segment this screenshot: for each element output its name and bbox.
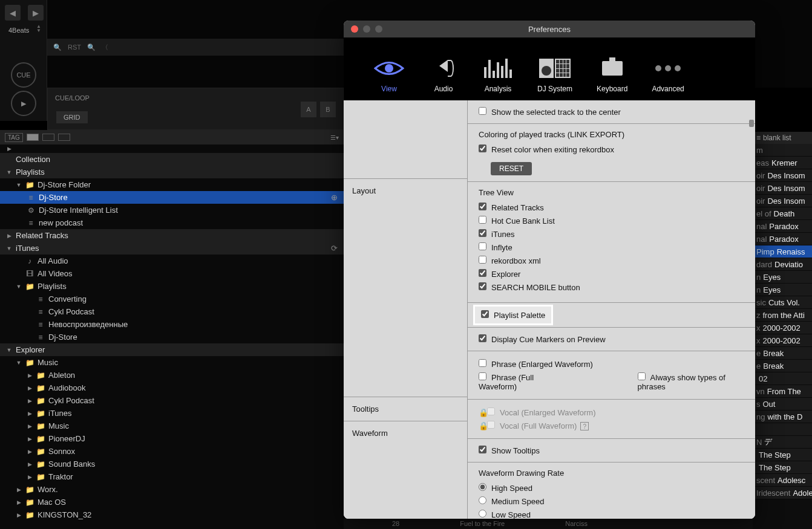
table-row[interactable]: m [753,144,812,157]
checkbox-hotcue[interactable]: Hot Cue Bank List [479,214,744,227]
table-row[interactable]: IridescentAdolesc [753,487,812,499]
tree-itunes[interactable]: iTunes⟳ [0,242,344,255]
table-row[interactable]: sicCuts Vol. [753,296,812,309]
table-row[interactable]: eBreak [753,360,812,372]
table-row[interactable]: easKremer [753,157,812,169]
checkbox-rbxml[interactable]: rekordbox xml [479,254,744,267]
table-row[interactable]: oirDes Insom [753,195,812,207]
tree-folder[interactable]: 📁Audiobook [0,381,344,394]
chevron-left-icon[interactable]: 〈 [102,43,108,52]
tree-playlist[interactable]: ≡Dj-Store [0,331,344,343]
table-row[interactable]: nalParadox [753,220,812,233]
tree-folder[interactable]: 📁Sound Banks [0,458,344,470]
table-row[interactable]: nEyes [753,271,812,284]
table-row[interactable]: PimpRenaiss [753,245,812,258]
tree-folder[interactable]: 📁PioneerDJ [0,432,344,445]
checkbox-cue-markers[interactable]: Display Cue Markers on Preview [479,333,744,346]
beats-stepper[interactable]: ▲▼ [36,24,41,33]
checkbox-related[interactable]: Related Tracks [479,201,744,214]
checkbox-reset-color[interactable]: Reset color when exiting rekordbox [479,143,744,156]
table-row[interactable]: scentAdolesc [753,474,812,487]
radio-medium-speed[interactable]: Medium Speed [479,495,744,508]
table-row[interactable]: eBreak [753,347,812,360]
table-row[interactable]: The Step [753,449,812,461]
tracklist-header[interactable]: ≡blank list [753,132,812,144]
tab-view[interactable]: View [374,57,404,93]
section-tooltips[interactable]: Tooltips [344,397,467,421]
tree-folder[interactable]: 📁Worx. [0,483,344,496]
tree-collection[interactable]: Collection [0,153,344,166]
checkbox-itunes[interactable]: iTunes [479,227,744,241]
table-row[interactable]: nalParadox [753,233,812,245]
table-row[interactable]: oirDes Insom [753,169,812,182]
tree-folder[interactable]: 📁Sonnox [0,445,344,458]
reset-button[interactable]: RESET [491,162,532,175]
prev-button[interactable]: ◀ [5,5,21,21]
checkbox-search-mobile[interactable]: SEARCH MOBILE button [479,281,744,294]
color-swatch[interactable] [58,134,70,141]
tree-playlist[interactable]: ≡Converting [0,293,344,305]
tree-playlist[interactable]: ≡new podcast [0,216,344,229]
tree-folder[interactable]: 📁Music [0,356,344,369]
tree-folder[interactable]: 📁iTunes [0,407,344,420]
play-button[interactable]: ▶ [11,91,36,116]
next-button[interactable]: ▶ [28,5,44,21]
checkbox-show-center[interactable]: Show the selected track to the center [479,105,744,118]
tree-itunes-playlists[interactable]: 📁Playlists [0,280,344,293]
cue-button[interactable]: CUE [11,62,36,88]
section-waveform[interactable]: Waveform [344,421,467,519]
checkbox-always-types[interactable]: Always show types of phrases [638,371,744,393]
reset-label[interactable]: RST [68,44,81,51]
tree-playlist[interactable]: ≡Невоспроизведенные [0,318,344,331]
radio-high-speed[interactable]: High Speed [479,481,744,495]
tree-playlist-djstore[interactable]: ≡Dj-Store⊕ [0,191,344,204]
tree-playlist[interactable]: ≡Cykl Podcast [0,305,344,318]
help-icon[interactable]: ? [580,422,589,430]
search-icon[interactable]: 🔍 [87,44,96,51]
table-row[interactable]: The Step [753,461,812,474]
table-row[interactable] [753,423,812,436]
table-row[interactable]: sOut [753,398,812,411]
tree-folder[interactable]: 📁Traktor [0,470,344,483]
tab-advanced[interactable]: Advanced [652,57,684,93]
checkbox-inflyte[interactable]: Inflyte [479,241,744,254]
cue-b-button[interactable]: B [320,102,336,117]
table-row[interactable]: x2000-2002 [753,322,812,334]
color-swatch[interactable] [42,134,54,141]
color-swatch[interactable] [27,134,39,141]
tree-related[interactable]: Related Tracks [0,229,344,242]
table-row[interactable]: Nデ [753,436,812,449]
tree-intelligent-list[interactable]: ⚙Dj-Store Intelligent List [0,204,344,216]
table-row[interactable]: dardDeviatio [753,258,812,271]
table-row[interactable]: x2000-2002 [753,334,812,347]
table-row[interactable]: zfrom the Atti [753,309,812,322]
table-row[interactable]: nEyes [753,284,812,296]
table-row[interactable]: 02 [753,372,812,385]
tree-folder[interactable]: 📁Dj-Store Folder [0,178,344,191]
tree-explorer[interactable]: Explorer [0,343,344,356]
list-view-icon[interactable]: ☰▾ [330,134,339,141]
tree-folder[interactable]: 📁Ableton [0,369,344,381]
tree-folder[interactable]: 📁KINGSTON_32 [0,508,344,521]
tree-playlists[interactable]: Playlists [0,166,344,178]
grid-button[interactable]: GRID [56,111,88,123]
tree-folder[interactable]: 📁Mac OS [0,496,344,508]
tab-analysis[interactable]: Analysis [483,57,513,93]
tree-folder[interactable]: 📁Music [0,420,344,432]
checkbox-show-tooltips[interactable]: Show Tooltips [479,444,744,457]
add-icon[interactable]: ⊕ [331,193,338,202]
cue-a-button[interactable]: A [301,102,316,117]
checkbox-playlist-palette[interactable]: Playlist Palette [481,310,545,320]
tag-label[interactable]: TAG [5,133,23,142]
tree-all-videos[interactable]: 🎞All Videos [0,267,344,280]
sync-icon[interactable]: ⟳ [331,244,338,253]
tree-expand-arrow[interactable] [0,144,344,153]
table-row[interactable]: ngwith the D [753,411,812,423]
checkbox-phrase-full[interactable]: Phrase (Full Waveform) [479,371,565,393]
search-icon[interactable]: 🔍 [53,44,62,51]
checkbox-phrase-enlarged[interactable]: Phrase (Enlarged Waveform) [479,357,744,371]
tree-all-audio[interactable]: ♪All Audio [0,255,344,267]
tree-folder[interactable]: 📁Cykl Podcast [0,394,344,407]
table-row[interactable]: vnFrom The [753,385,812,398]
section-layout[interactable]: Layout [344,179,467,397]
